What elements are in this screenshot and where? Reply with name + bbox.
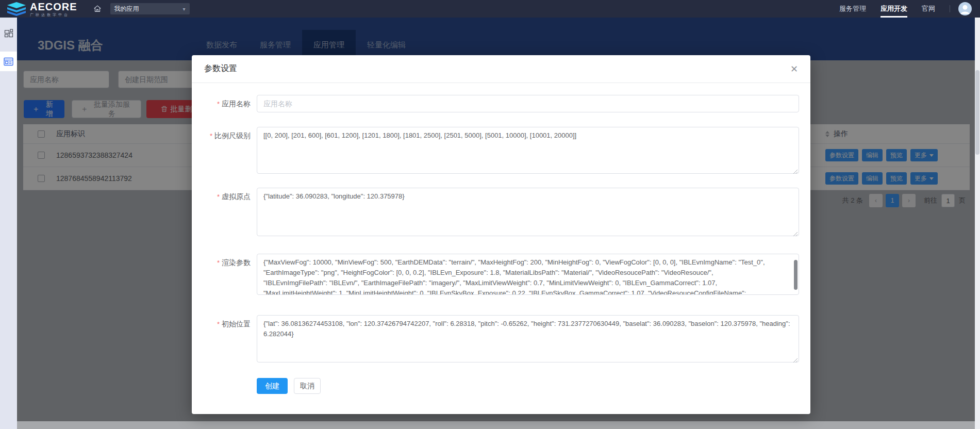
field-app-name: *应用名称: [192, 95, 810, 112]
home-button[interactable]: [92, 3, 103, 14]
modal-actions: 创建 取消: [257, 378, 810, 394]
nav-link-official-site[interactable]: 官网: [922, 0, 935, 18]
application-root: 3DGIS 融合 数据发布 服务管理 应用管理 轻量化编辑 ＋新增 ＋批量添加服…: [0, 0, 980, 429]
chevron-down-icon: ▾: [183, 6, 186, 12]
app-name-input[interactable]: [257, 95, 799, 112]
home-icon: [93, 4, 102, 13]
field-render-params: *渲染参数 {"MaxViewFog": 10000, "MinViewFog"…: [192, 254, 810, 297]
required-asterisk: *: [217, 193, 220, 201]
app-select-value: 我的应用: [114, 5, 183, 13]
app-window-icon: [4, 57, 13, 66]
modal-title: 参数设置: [204, 63, 237, 74]
textarea-scrollbar-thumb[interactable]: [794, 260, 798, 290]
field-scale-levels: *比例尺级别 [[0, 200], [201, 600], [601, 1200…: [192, 127, 810, 176]
nav-link-app-develop[interactable]: 应用开发: [881, 0, 907, 18]
aecore-logo-icon: [6, 1, 27, 16]
divider: [950, 5, 950, 12]
page-scrollbar[interactable]: [975, 18, 980, 429]
modal-header: 参数设置 ✕: [192, 55, 810, 83]
params-settings-modal: 参数设置 ✕ *应用名称 *比例尺级别 [[0, 200], [201, 600…: [192, 55, 810, 414]
brand-logo: AECORE 广联达数字中台: [6, 1, 77, 16]
initial-position-textarea[interactable]: {"lat": 36.08136274453108, "lon": 120.37…: [257, 315, 799, 362]
left-sidebar: [0, 18, 17, 429]
required-asterisk: *: [217, 320, 220, 328]
user-avatar-icon: [958, 2, 972, 15]
logo-subtext: 广联达数字中台: [30, 13, 77, 16]
sidebar-item-app-management[interactable]: [0, 52, 17, 71]
required-asterisk: *: [217, 100, 220, 108]
field-label: *应用名称: [192, 95, 257, 112]
cancel-button[interactable]: 取消: [294, 378, 321, 394]
required-asterisk: *: [210, 132, 212, 140]
navbar-right: 服务管理 应用开发 官网: [839, 0, 980, 18]
field-label: *虚拟原点: [192, 188, 257, 238]
dashboard-icon: [4, 28, 13, 38]
field-initial-position: *初始位置 {"lat": 36.08136274453108, "lon": …: [192, 315, 810, 365]
top-navbar: AECORE 广联达数字中台 我的应用 ▾ 服务管理 应用开发 官网: [0, 0, 980, 18]
required-asterisk: *: [217, 259, 220, 267]
virtual-origin-textarea[interactable]: {"latitude": 36.090283, "longitude": 120…: [257, 188, 799, 236]
app-select-dropdown[interactable]: 我的应用 ▾: [110, 3, 190, 14]
field-virtual-origin: *虚拟原点 {"latitude": 36.090283, "longitude…: [192, 188, 810, 238]
logo-text: AECORE: [30, 2, 77, 12]
render-params-textarea[interactable]: {"MaxViewFog": 10000, "MinViewFog": 500,…: [257, 254, 799, 295]
sidebar-item-dashboard[interactable]: [0, 24, 17, 42]
create-button[interactable]: 创建: [257, 378, 288, 394]
close-icon[interactable]: ✕: [790, 64, 798, 74]
scale-levels-textarea[interactable]: [[0, 200], [201, 600], [601, 1200], [120…: [257, 127, 799, 174]
user-avatar[interactable]: [958, 2, 972, 15]
footer-strip: [17, 421, 975, 429]
field-label: *初始位置: [192, 315, 257, 365]
scrollbar-thumb[interactable]: [975, 70, 979, 155]
field-label: *比例尺级别: [192, 127, 257, 176]
nav-link-service-manage[interactable]: 服务管理: [839, 0, 866, 18]
field-label: *渲染参数: [192, 254, 257, 297]
